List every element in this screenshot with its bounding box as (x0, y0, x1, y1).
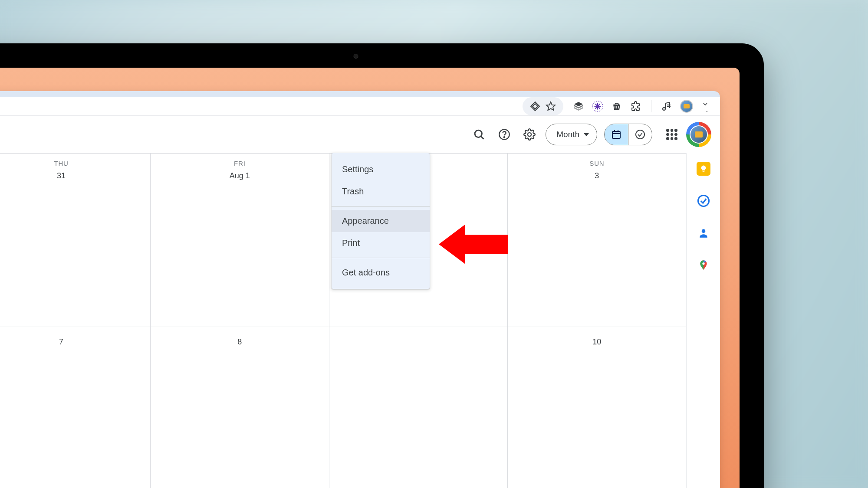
desktop-wallpaper: Month (0, 68, 740, 488)
calendar-header: Month (0, 116, 720, 153)
menu-separator (332, 258, 430, 258)
svg-marker-0 (546, 102, 555, 110)
day-of-week: SUN (511, 160, 683, 167)
side-panel (686, 153, 720, 488)
google-apps-button[interactable] (663, 125, 681, 144)
day-cell[interactable]: SUN 3 (508, 154, 686, 327)
site-info-icon[interactable] (529, 101, 541, 112)
calendar-mode-button[interactable] (605, 124, 628, 145)
day-date: 31 (0, 171, 147, 180)
svg-point-17 (528, 133, 531, 136)
mode-segmented-control (604, 124, 652, 145)
svg-point-26 (702, 262, 704, 265)
menu-item-settings[interactable]: Settings (332, 158, 430, 180)
media-control-icon[interactable] (661, 101, 672, 112)
svg-point-25 (701, 229, 705, 233)
gear-icon (523, 128, 536, 141)
browser-tab-strip (0, 91, 720, 97)
extension-asterisk-icon[interactable] (592, 101, 603, 112)
account-avatar[interactable] (688, 124, 710, 145)
svg-point-22 (636, 130, 644, 139)
day-cell[interactable]: FRI Aug 1 (151, 154, 329, 327)
day-cell[interactable]: 8 (151, 327, 329, 488)
settings-dropdown-menu: Settings Trash Appearance Print Get add-… (332, 153, 430, 289)
tab-search-button[interactable] (697, 97, 713, 111)
day-of-week: FRI (154, 160, 325, 167)
bookmark-star-icon[interactable] (545, 101, 556, 112)
day-cell[interactable]: THU 31 (0, 154, 151, 327)
day-date: 3 (511, 171, 683, 180)
avatar-image (690, 125, 708, 144)
view-switcher-label: Month (556, 130, 579, 139)
svg-line-14 (481, 136, 484, 139)
help-button[interactable] (495, 125, 513, 144)
contacts-icon[interactable] (697, 226, 710, 240)
laptop-camera (354, 54, 358, 59)
omnibox-actions[interactable] (523, 97, 563, 115)
day-date: Aug 1 (154, 171, 325, 180)
day-date: 10 (511, 337, 683, 347)
apps-grid-icon (666, 129, 677, 140)
day-cell[interactable]: 7 (0, 327, 151, 488)
extension-basket-icon[interactable] (611, 101, 622, 112)
toolbar-separator (651, 100, 651, 112)
menu-item-print[interactable]: Print (332, 232, 430, 254)
menu-item-addons[interactable]: Get add-ons (332, 262, 430, 284)
browser-window: Month (0, 91, 720, 488)
menu-item-appearance[interactable]: Appearance (332, 210, 430, 232)
browser-profile-avatar[interactable] (680, 100, 693, 113)
laptop-frame: Month (0, 43, 764, 488)
settings-button[interactable] (520, 125, 539, 144)
svg-marker-23 (439, 225, 508, 264)
calendar-icon (611, 129, 621, 140)
menu-item-trash[interactable]: Trash (332, 180, 430, 203)
day-date: 8 (154, 337, 325, 347)
svg-rect-18 (612, 131, 620, 138)
search-icon (473, 128, 485, 141)
day-date: 7 (0, 337, 147, 347)
browser-toolbar (0, 97, 720, 116)
day-cell[interactable]: 10 (508, 327, 686, 488)
day-of-week: THU (0, 160, 147, 167)
tasks-mode-button[interactable] (628, 124, 652, 145)
calendar-body: THU 31 FRI Aug 1 (0, 153, 720, 488)
svg-point-13 (475, 130, 482, 137)
day-cell[interactable] (329, 327, 508, 488)
svg-point-24 (698, 196, 709, 206)
calendar-main: THU 31 FRI Aug 1 (0, 153, 686, 488)
annotation-arrow (439, 218, 513, 270)
keep-icon[interactable] (697, 162, 710, 176)
dropdown-triangle-icon (584, 133, 589, 136)
calendar-app: Month (0, 116, 720, 488)
extensions-row (573, 100, 712, 113)
menu-separator (332, 206, 430, 206)
svg-point-12 (663, 108, 665, 110)
extensions-puzzle-icon[interactable] (630, 101, 641, 112)
extension-layers-icon[interactable] (573, 101, 584, 112)
maps-icon[interactable] (697, 258, 710, 272)
svg-point-16 (504, 137, 505, 138)
tasks-icon[interactable] (697, 194, 710, 208)
check-circle-icon (635, 129, 645, 140)
chevron-down-icon (702, 101, 709, 108)
view-switcher[interactable]: Month (546, 124, 597, 145)
search-button[interactable] (470, 125, 488, 144)
help-icon (498, 128, 510, 141)
